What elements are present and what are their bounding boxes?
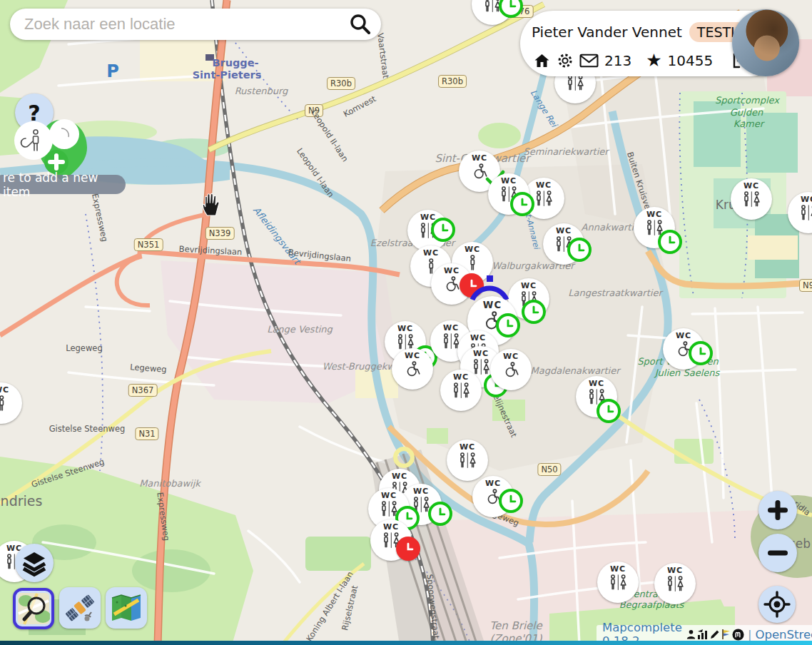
- marker-label: WC: [485, 479, 501, 487]
- clock-open-icon: [514, 196, 530, 212]
- user-avatar[interactable]: [732, 9, 799, 76]
- marker-label: WC: [397, 325, 413, 332]
- wc-marker-wheel[interactable]: WC: [490, 349, 532, 390]
- clock-open-icon: [503, 0, 519, 14]
- marker-label: WC: [392, 472, 407, 480]
- wc-marker-wheel[interactable]: WC: [392, 348, 433, 390]
- toilet-icon-single: [0, 395, 11, 412]
- marker-label: WC: [420, 213, 436, 221]
- poi-markers-layer: WCWCWCWCWCWCWCWCWCWCWCWCWCWCWCWCWCWCWCWC…: [0, 0, 812, 645]
- toilet-icon-mw: [457, 452, 478, 469]
- help-label: ?: [28, 101, 40, 126]
- opening-hours-badge-closed: [396, 537, 420, 561]
- clock-open-icon: [526, 304, 542, 320]
- marker-label: WC: [443, 324, 459, 332]
- marker-label: WC: [589, 380, 604, 387]
- marker-label: WC: [444, 267, 460, 275]
- user-name: Pieter Vander Vennet: [532, 24, 682, 41]
- wc-marker-mw[interactable]: WC: [597, 562, 639, 603]
- home-icon[interactable]: [533, 52, 551, 69]
- gear-icon[interactable]: [557, 52, 574, 69]
- zoom-out-button[interactable]: [758, 534, 797, 572]
- toilet-icon-wheel: [501, 362, 522, 378]
- marker-label: WC: [381, 492, 397, 499]
- clock-open-icon: [601, 403, 616, 419]
- opening-hours-badge-open: [522, 300, 546, 324]
- clock-open-icon: [693, 345, 709, 361]
- messages-count: 213: [604, 52, 631, 69]
- marker-label: WC: [473, 350, 489, 357]
- marker-label: WC: [453, 373, 469, 381]
- toilet-icon-wheel: [442, 276, 462, 293]
- toilet-icon-mw: [395, 334, 416, 350]
- toilet-icon-mw: [608, 574, 629, 591]
- toilet-icon-mw: [451, 382, 472, 399]
- layers-button[interactable]: [15, 544, 54, 582]
- clock-closed-icon: [400, 541, 416, 557]
- marker-label: WC: [413, 487, 429, 495]
- wc-marker-single[interactable]: WC: [0, 382, 22, 424]
- toilet-icon-mw: [665, 576, 686, 592]
- user-icon[interactable]: [686, 629, 696, 640]
- marker-label: WC: [465, 245, 480, 253]
- bottom-edge-bar: [0, 641, 812, 645]
- geolocate-button[interactable]: [758, 586, 796, 623]
- crosshair-icon: [763, 591, 791, 618]
- marker-label: WC: [744, 182, 759, 190]
- add-item-tooltip: re to add a new item: [0, 175, 126, 194]
- location-search-bar: [10, 9, 381, 40]
- clock-open-icon: [662, 234, 678, 250]
- zoom-in-button[interactable]: [758, 491, 797, 529]
- magnifier-icon[interactable]: [348, 12, 372, 36]
- edit-pencil-icon[interactable]: [709, 629, 721, 640]
- opening-hours-badge-open: [510, 192, 534, 216]
- opening-hours-badge-open: [428, 502, 452, 526]
- marker-label: WC: [610, 565, 626, 573]
- statistics-icon[interactable]: [697, 629, 709, 640]
- wc-marker-mw[interactable]: WC: [788, 192, 812, 233]
- opening-hours-badge-open: [658, 230, 682, 254]
- marker-label: WC: [0, 386, 9, 394]
- opening-hours-badge-open: [499, 489, 523, 513]
- marker-label: WC: [470, 334, 486, 342]
- clock-open-icon: [572, 242, 587, 258]
- marker-label: WC: [423, 249, 439, 257]
- clock-open-icon: [435, 222, 451, 238]
- opening-hours-badge-open: [689, 341, 713, 365]
- marker-label: WC: [405, 352, 420, 360]
- opening-hours-badge-open: [431, 218, 455, 242]
- layer-button-map-style[interactable]: [106, 587, 147, 629]
- clock-open-icon: [432, 506, 448, 522]
- marker-label: WC: [536, 181, 552, 189]
- help-button[interactable]: ?: [15, 93, 54, 132]
- toilet-icon-mw: [534, 191, 554, 207]
- osm-carto-thumbnail-icon: [17, 592, 50, 625]
- toilet-icon-wheel: [402, 361, 423, 377]
- clock-open-icon: [500, 318, 516, 333]
- marker-label: WC: [676, 332, 691, 340]
- marker-label: WC: [646, 210, 662, 218]
- layers-icon: [20, 549, 49, 577]
- wc-marker-mw[interactable]: WC: [447, 440, 488, 481]
- opening-hours-badge-open: [496, 313, 520, 337]
- mastodon-icon[interactable]: [732, 629, 744, 641]
- openstreetmap-link[interactable]: OpenStreetMap: [755, 628, 812, 641]
- marker-label: WC: [801, 195, 812, 203]
- wc-marker-mw[interactable]: WC: [440, 370, 482, 411]
- layer-button-satellite[interactable]: [59, 587, 101, 629]
- layer-button-osm-carto[interactable]: [13, 588, 54, 629]
- marker-label: WC: [667, 567, 683, 574]
- toilet-icon-mw: [741, 191, 762, 208]
- marker-label: WC: [472, 154, 487, 162]
- toilet-icon-mw: [471, 359, 492, 375]
- flag-icon[interactable]: [721, 629, 731, 640]
- marker-label: WC: [521, 282, 537, 290]
- mail-icon[interactable]: [579, 53, 599, 68]
- marker-label: WC: [460, 443, 475, 451]
- marker-label: WC: [556, 227, 572, 235]
- wc-marker-mw[interactable]: WC: [731, 178, 772, 220]
- marker-label: WC: [483, 300, 502, 310]
- wc-marker-mw[interactable]: WC: [654, 563, 696, 604]
- plus-icon: [765, 497, 791, 523]
- search-input[interactable]: [23, 14, 348, 34]
